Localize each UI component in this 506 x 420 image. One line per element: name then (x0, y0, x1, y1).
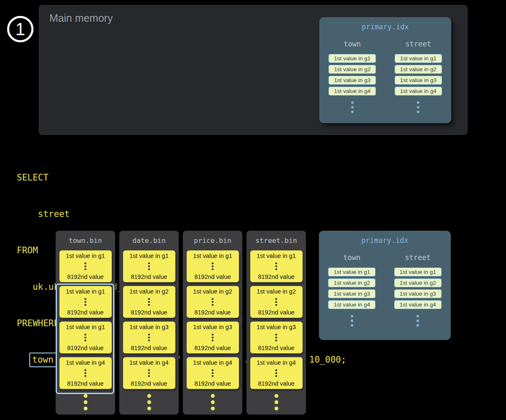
granule-first-value: 1st value in g1 (66, 288, 105, 295)
granule-block: 1st value in g18192nd value (59, 286, 112, 318)
index-column-header: street (405, 253, 431, 262)
dot-icon (351, 324, 353, 327)
index-entry-chip: 1st value in g3 (329, 76, 376, 85)
index-entry-chip: 1st value in g4 (328, 300, 375, 309)
granule-block: 1st value in g18192nd value (187, 250, 239, 282)
granule-last-value: 8192nd value (67, 273, 103, 280)
dot-icon (85, 301, 86, 303)
dot-icon (275, 400, 278, 404)
index-entry-chip: 1st value in g3 (394, 289, 442, 298)
granule-last-value: 8192nd value (131, 345, 167, 351)
index-entry-chip: 1st value in g2 (328, 278, 375, 287)
granule-block: 1st value in g38192nd value (123, 322, 175, 353)
granule-block: 1st value in g28192nd value (187, 286, 239, 318)
dot-icon (85, 263, 86, 264)
ellipsis-dots (275, 263, 277, 270)
ellipsis-dots (85, 334, 86, 341)
ellipsis-dots (247, 394, 306, 410)
granule-block: 1st value in g28192nd value (250, 286, 303, 318)
dot-icon (148, 265, 150, 267)
step-number: 1 (15, 19, 25, 39)
granule-last-value: 8192nd value (194, 345, 231, 351)
granule-block: 1st value in g48192nd value (123, 357, 175, 389)
dot-icon (212, 298, 213, 300)
dot-icon (417, 101, 419, 104)
index-entry-chip: 1st value in g1 (328, 268, 375, 276)
dot-icon (212, 337, 213, 338)
index-entry-chip: 1st value in g4 (329, 87, 376, 95)
dot-icon (211, 394, 215, 398)
ellipsis-dots (183, 394, 242, 410)
ellipsis-dots (275, 334, 277, 341)
dot-icon (147, 407, 151, 410)
granule-last-value: 8192nd value (67, 309, 103, 316)
dot-icon (85, 304, 86, 306)
granule-last-value: 8192nd value (67, 345, 103, 351)
index-column-header: town (344, 40, 361, 48)
dot-icon (85, 372, 86, 374)
granule-last-value: 8192nd value (258, 273, 294, 280)
granule-first-value: 1st value in g4 (129, 359, 169, 366)
dot-icon (351, 111, 354, 113)
granule-blocks: 1st value in g18192nd value1st value in … (247, 250, 306, 389)
ellipsis-dots (212, 263, 213, 270)
dot-icon (85, 369, 86, 371)
ellipsis-dots (351, 315, 353, 327)
ellipsis-dots (275, 298, 277, 306)
dot-icon (275, 263, 277, 264)
dot-icon (148, 340, 150, 341)
dot-icon (211, 407, 215, 410)
granule-blocks: 1st value in g18192nd value1st value in … (56, 250, 115, 389)
main-memory-title: Main memory (49, 12, 113, 24)
dot-icon (85, 337, 86, 338)
dot-icon (351, 315, 353, 317)
granule-block: 1st value in g48192nd value (187, 357, 239, 389)
granule-block: 1st value in g28192nd value (123, 286, 175, 318)
index-entry-chip: 1st value in g1 (395, 54, 442, 63)
granule-last-value: 8192nd value (194, 309, 231, 316)
dot-icon (275, 268, 277, 270)
ellipsis-dots (212, 369, 213, 377)
bin-column-title: date.bin (119, 236, 179, 245)
index-entry-chip: 1st value in g2 (329, 65, 376, 74)
primary-idx-columns: town1st value in g11st value in g21st va… (319, 253, 451, 327)
dot-icon (275, 407, 278, 410)
index-entry-chip: 1st value in g4 (394, 300, 442, 309)
bin-columns-row: town.bin1st value in g18192nd value1st v… (56, 231, 306, 415)
granule-first-value: 1st value in g4 (193, 359, 232, 366)
diagram-canvas: 1 Main memory primary.idxtown1st value i… (0, 0, 506, 420)
dot-icon (148, 337, 150, 338)
bin-column-title: street.bin (247, 236, 306, 245)
dot-icon (212, 375, 213, 377)
granule-last-value: 8192nd value (131, 380, 167, 387)
granule-last-value: 8192nd value (258, 309, 294, 316)
dot-icon (148, 304, 150, 306)
dot-icon (211, 400, 215, 404)
dot-icon (275, 304, 277, 306)
dot-icon (275, 369, 277, 371)
primary-idx-panel-top: primary.idxtown1st value in g11st value … (319, 17, 451, 123)
bin-column-title: town.bin (56, 236, 115, 245)
dot-icon (416, 320, 419, 322)
index-entry-chip: 1st value in g1 (329, 54, 376, 63)
dot-icon (212, 263, 213, 264)
ellipsis-dots (148, 298, 150, 306)
bin-column-title: price.bin (183, 236, 242, 245)
granule-block: 1st value in g48192nd value (59, 357, 112, 389)
granule-first-value: 1st value in g1 (257, 253, 296, 259)
dot-icon (85, 375, 86, 377)
ellipsis-dots (85, 369, 86, 377)
dot-icon (147, 400, 151, 404)
bin-column-street-bin: street.bin1st value in g18192nd value1st… (247, 231, 306, 415)
main-memory-box: Main memory primary.idxtown1st value in … (39, 5, 467, 135)
dot-icon (212, 304, 213, 306)
index-column-header: town (343, 253, 360, 262)
granule-first-value: 1st value in g2 (257, 288, 296, 295)
granule-first-value: 1st value in g4 (257, 359, 296, 366)
granule-first-value: 1st value in g1 (66, 324, 105, 330)
granule-last-value: 8192nd value (194, 273, 231, 280)
dot-icon (212, 340, 213, 341)
granule-first-value: 1st value in g3 (129, 324, 169, 330)
dot-icon (85, 298, 86, 300)
dot-icon (417, 111, 419, 113)
